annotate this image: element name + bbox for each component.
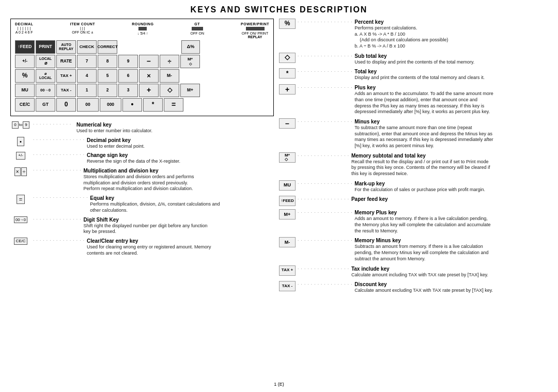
switch-decimal: DECIMAL |||||| A 0 2 4 6 F [15,22,33,39]
switch-item-count: ITEM COUNT ||| OFF ON IC ± [70,22,96,39]
desc-numerical: 0 to 9 · · · · · · · · · · · · Numerical… [10,121,274,134]
key-7[interactable]: 7 [77,55,97,68]
key-00[interactable]: 00 [77,98,99,112]
desc-mult-div: × ÷ · · · · · · · · · · · · · · · Multip… [10,167,274,192]
key-cec[interactable]: CE/C [15,98,35,112]
rdesc-tax-include: TAX + · · · · · · · · · · · · · · · · Ta… [279,265,548,278]
switch-rounding: ROUNDING ↓ 5/4 ↑ [132,22,153,39]
rdesc-mem-minus: M- · · · · · · · · · · · · · · · · · Mem… [279,237,548,262]
desc-key-numerical: 0 to 9 [10,121,31,129]
rkey-minus: – [279,118,296,129]
key-divide[interactable]: ÷ [160,55,179,68]
rkey-tax-include: TAX + [279,265,296,276]
num-section: ↑FEED PRINT AUTOREPLAY CHECK CORRECT Δ% … [15,40,200,112]
key-3[interactable]: 3 [118,84,138,97]
key-multiply[interactable]: × [139,69,159,83]
page-title: KEYS AND SWITCHES DESCRIPTION [10,5,548,14]
key-m-minus[interactable]: M- [160,69,179,83]
key-rate[interactable]: RATE [56,55,76,68]
switch-power-print: POWER/PRINT OFF ON/ PRINT REPLAY [241,22,269,39]
key-pct[interactable]: % [15,69,35,83]
desc-decimal-point: • · · · · · · · · · · · · · · · · Decima… [10,137,274,150]
desc-clear: CE/C · · · · · · · · · · · · · · · · Cle… [10,238,274,256]
page: KEYS AND SWITCHES DESCRIPTION DECIMAL ||… [0,0,558,392]
key-plus[interactable]: + [139,84,159,97]
rkey-total: * [279,68,296,79]
key-gt[interactable]: GT [36,98,55,112]
rdesc-subtotal: ◇ · · · · · · · · · · · · · · · · · Sub … [279,53,548,66]
calc-row-3: % ⌀LOCAL TAX + 4 5 6 × M- [15,69,200,83]
key-tax-minus[interactable]: TAX - [56,84,76,97]
key-8[interactable]: 8 [98,55,117,68]
rdesc-mem-plus: M+ · · · · · · · · · · · · · · · · · Mem… [279,209,548,234]
key-9[interactable]: 9 [118,55,138,68]
left-desc-list: 0 to 9 · · · · · · · · · · · · Numerical… [10,121,274,256]
calc-row-2: +/- LOCAL⌀ RATE 7 8 9 – ÷ M*◇ [15,55,200,68]
key-m-plus[interactable]: M+ [180,84,200,97]
rkey-percent: % [279,19,296,29]
main-content: DECIMAL |||||| A 0 2 4 6 F ITEM COUNT ||… [10,19,548,380]
rkey-mem-subtotal: M*◇ [279,152,296,163]
right-panel: % · · · · · · · · · · · · · · · · · Perc… [279,19,548,380]
rkey-discount: TAX - [279,281,296,291]
key-sub-total[interactable]: ◇ [160,84,179,97]
key-total[interactable]: * [143,98,163,112]
desc-key-equal: = [10,195,31,204]
key-mu[interactable]: MU [15,84,35,97]
key-minus[interactable]: – [139,55,159,68]
desc-equal: = · · · · · · · · · · · · · · · · · Equa… [10,195,274,213]
key-0[interactable]: 0 [56,98,76,112]
key-4[interactable]: 4 [77,69,97,83]
key-feed[interactable]: ↑FEED [15,40,35,54]
rdesc-percent: % · · · · · · · · · · · · · · · · · Perc… [279,19,548,50]
rdesc-discount: TAX - · · · · · · · · · · · · · · · · · … [279,281,548,294]
key-5[interactable]: 5 [98,69,117,83]
key-local[interactable]: LOCAL⌀ [36,55,55,68]
key-tax-plus2[interactable]: TAX + [56,69,76,83]
left-panel: DECIMAL |||||| A 0 2 4 6 F ITEM COUNT ||… [10,19,274,380]
desc-key-digit-shift: 00→0 [10,216,31,224]
desc-change-sign: +/- · · · · · · · · · · · · · · · · Chan… [10,152,274,165]
rkey-mem-minus: M- [279,237,296,247]
desc-key-change-sign: +/- [10,152,31,159]
rdesc-mem-subtotal: M*◇ · · · · · · · · · · · · · · · · Memo… [279,152,548,177]
rdesc-plus: + · · · · · · · · · · · · · · · · · Plus… [279,84,548,115]
desc-digit-shift: 00→0 · · · · · · · · · · · · · · · Digit… [10,216,274,235]
rdesc-markup: MU · · · · · · · · · · · · · · · · · Mar… [279,180,548,193]
key-equals[interactable]: = [164,98,183,112]
key-plus-minus[interactable]: +/- [15,55,35,68]
key-auto-replay[interactable]: AUTOREPLAY [56,40,76,54]
key-2[interactable]: 2 [98,84,117,97]
calc-row-4: MU 00→0 TAX - 1 2 3 + ◇ M+ [15,84,200,97]
key-correct[interactable]: CORRECT [98,40,117,54]
key-tax-plus[interactable]: ⌀LOCAL [36,69,55,83]
rkey-mem-plus: M+ [279,209,296,219]
rkey-markup: MU [279,180,296,191]
rkey-subtotal: ◇ [279,53,296,63]
calc-row-5: CE/C GT 0 00 000 • * = [15,98,200,112]
key-delta-pct[interactable]: Δ% [181,40,200,54]
switch-gt: GT OFF ON [191,22,204,39]
calc-keys: ↑FEED PRINT AUTOREPLAY CHECK CORRECT Δ% … [15,40,269,112]
key-check[interactable]: CHECK [77,40,97,54]
key-digit-shift[interactable]: 00→0 [36,84,55,97]
key-m-star[interactable]: M*◇ [180,55,200,68]
rdesc-total: * · · · · · · · · · · · · · · · · · Tota… [279,68,548,81]
desc-key-decimal-point: • [10,137,31,146]
key-1[interactable]: 1 [77,84,97,97]
rdesc-minus: – · · · · · · · · · · · · · · · · · Minu… [279,118,548,149]
calc-row-1: ↑FEED PRINT AUTOREPLAY CHECK CORRECT Δ% [15,40,200,54]
calculator-diagram: DECIMAL |||||| A 0 2 4 6 F ITEM COUNT ||… [10,19,274,116]
page-number: 1 (E) [10,382,548,387]
rdesc-paper-feed: ↑FEED · · · · · · · · · · · · · · · · Pa… [279,196,548,206]
desc-key-clear: CE/C [10,238,31,245]
rkey-paper-feed: ↑FEED [279,196,296,206]
rkey-plus: + [279,84,296,95]
key-print[interactable]: PRINT [36,40,55,54]
key-000[interactable]: 000 [100,98,121,112]
key-6[interactable]: 6 [118,69,138,83]
desc-key-mult-div: × ÷ [10,167,31,176]
switches-area: DECIMAL |||||| A 0 2 4 6 F ITEM COUNT ||… [15,22,269,39]
key-dot[interactable]: • [122,98,142,112]
